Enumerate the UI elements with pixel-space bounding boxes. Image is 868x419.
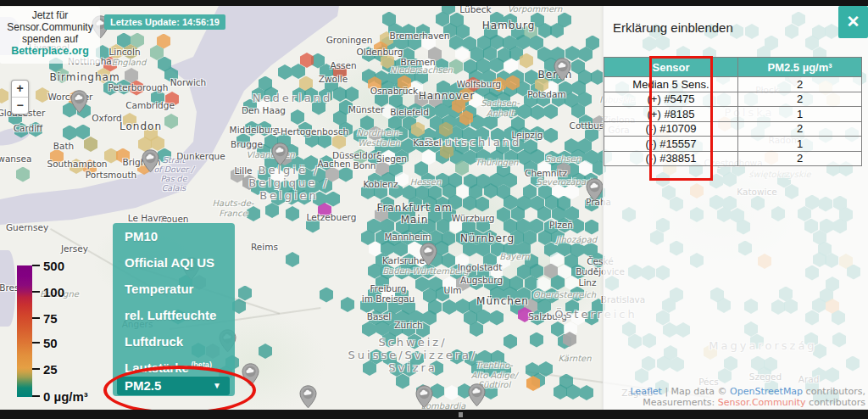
table-cell: (-) #15557: [604, 137, 738, 152]
table-row: (-) #155571: [604, 137, 862, 152]
table-cell: (+) #5475: [604, 92, 738, 107]
layer-menu-item-temperatur[interactable]: Temperatur: [113, 276, 235, 302]
layer-menu: PM10Official AQI USTemperaturrel. Luftfe…: [113, 223, 235, 396]
legend-tick-label: 500: [43, 259, 64, 273]
donation-line: spenden auf: [0, 33, 100, 45]
legend-tick-label: 0 µg/m³: [43, 389, 88, 404]
table-header-cell: Sensor: [604, 58, 738, 77]
map-attribution-line2: Measurements: Sensor.Community contribut…: [643, 397, 865, 408]
attribution-text: Measurements:: [643, 397, 717, 408]
sensor-table: SensorPM2.5 µg/m³ Median 5 Sens.2(+) #54…: [604, 57, 862, 166]
color-scale-bar: [17, 265, 32, 397]
layer-menu-item-rel-luftfeuchte[interactable]: rel. Luftfeuchte: [113, 302, 235, 328]
sensor-cluster-marker[interactable]: [554, 58, 571, 81]
zoom-out-button[interactable]: −: [12, 97, 28, 114]
sensor-community-map-app: BirminghamLondonHamburgBerlinHannoverMün…: [0, 0, 868, 419]
legend-tick: [32, 368, 40, 370]
sensor-table-body: Median 5 Sens.2(+) #54752(+) #81851(-) #…: [604, 77, 862, 166]
table-row: (-) #107092: [604, 121, 862, 137]
sensor-cluster-marker[interactable]: [142, 149, 159, 173]
sensor-cluster-marker[interactable]: [271, 142, 289, 166]
legend-tick: [32, 291, 40, 293]
attribution-text: | Map data ©: [662, 386, 730, 397]
table-row: (+) #81851: [604, 107, 862, 122]
table-cell: (-) #38851: [604, 151, 738, 166]
table-cell: Median 5 Sens.: [604, 77, 738, 92]
sensor-cluster-marker[interactable]: [586, 178, 604, 202]
table-row: (-) #388512: [604, 151, 862, 166]
legend-tick-label: 100: [43, 285, 64, 299]
table-row: Median 5 Sens.2: [604, 77, 862, 92]
legend-tick: [32, 265, 40, 266]
legend-tick-label: 25: [43, 362, 58, 377]
table-cell: 2: [738, 151, 862, 166]
attribution-link-sensor-community[interactable]: Sensor.Community: [718, 397, 806, 408]
donation-text: Jetzt fürSensor.Communityspenden auf: [0, 9, 100, 45]
bottom-black-bar: [0, 410, 868, 419]
sensor-cluster-marker[interactable]: [415, 385, 433, 409]
sensor-cluster-marker[interactable]: [70, 90, 88, 114]
legend-tick-label: 75: [43, 311, 58, 326]
table-header-row: SensorPM2.5 µg/m³: [604, 58, 862, 77]
chevron-down-icon: ▼: [213, 377, 221, 395]
sensor-cluster-marker[interactable]: [242, 363, 259, 387]
selected-layer-label: PM2.5: [125, 378, 161, 393]
table-header-cell: PM2.5 µg/m³: [738, 58, 862, 77]
layer-menu-item-pm10[interactable]: PM10: [113, 223, 235, 249]
zoom-control: + −: [11, 80, 29, 115]
panel-title[interactable]: Erklärung einblenden: [613, 20, 733, 35]
map-attribution-line1: Leaflet | Map data © OpenStreetMap contr…: [630, 386, 865, 397]
attribution-link-leaflet[interactable]: Leaflet: [630, 386, 661, 397]
table-cell: 2: [738, 121, 862, 137]
betterplace-link[interactable]: Betterplace.org: [0, 45, 100, 57]
table-cell: 2: [738, 92, 862, 107]
table-cell: (+) #8185: [604, 107, 738, 122]
sensor-cluster-marker[interactable]: [468, 383, 486, 407]
table-cell: 1: [738, 137, 862, 152]
table-cell: (-) #10709: [604, 121, 738, 137]
layer-menu-items: PM10Official AQI USTemperaturrel. Luftfe…: [113, 223, 235, 381]
layer-menu-item-official-aqi-us[interactable]: Official AQI US: [113, 249, 235, 276]
attribution-text: contributors: [806, 397, 865, 408]
attribution-text: contributors,: [803, 386, 865, 397]
sensor-cluster-marker[interactable]: [299, 385, 317, 409]
donation-line: Sensor.Community: [0, 21, 100, 33]
sensor-cluster-marker[interactable]: [420, 243, 437, 266]
donation-box: Jetzt fürSensor.Communityspenden auf Bet…: [0, 7, 100, 64]
table-cell: 2: [738, 77, 862, 92]
attribution-link-openstreetmap[interactable]: OpenStreetMap: [730, 386, 803, 397]
zoom-in-button[interactable]: +: [12, 81, 28, 97]
top-black-bar: [0, 0, 868, 6]
legend-tick-label: 50: [43, 336, 58, 350]
donation-line: Jetzt für: [0, 9, 100, 21]
table-row: (+) #54752: [604, 92, 862, 107]
layer-menu-item-luftdruck[interactable]: Luftdruck: [113, 328, 235, 355]
close-panel-button[interactable]: ✕: [838, 6, 868, 38]
table-cell: 1: [738, 107, 862, 122]
last-update-badge: Letztes Update: 14:56:19: [104, 14, 225, 30]
legend-tick: [32, 317, 40, 319]
layer-select-pm25[interactable]: PM2.5 ▼: [117, 377, 230, 395]
bottom-bar-tick: [459, 412, 463, 417]
legend-tick: [32, 395, 40, 397]
legend-tick: [32, 342, 40, 344]
